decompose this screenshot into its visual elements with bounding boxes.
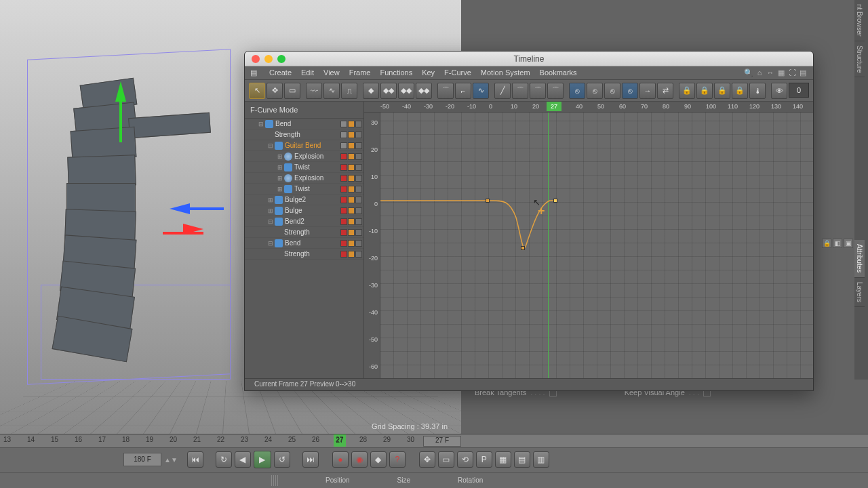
menu-view[interactable]: View [323, 68, 340, 77]
gizmo-x-axis[interactable] [183, 224, 203, 235]
tree-item-bend2[interactable]: ⊟Bend2 [245, 216, 363, 227]
toolbar-number-field[interactable]: 0 [789, 83, 809, 98]
lock-a-icon[interactable]: 🔒 [679, 83, 695, 99]
key-add-icon[interactable]: ◆ [363, 83, 379, 99]
play-forward-button[interactable]: ▶ [254, 451, 271, 468]
opt-scale-icon[interactable]: ▭ [438, 451, 454, 468]
menu-key[interactable]: Key [422, 68, 435, 77]
minimize-button[interactable] [264, 55, 273, 63]
snap-d-icon[interactable]: ⎋ [622, 83, 638, 99]
view-eye-icon[interactable]: 👁 [771, 83, 787, 99]
expand-icon[interactable]: ⛶ [787, 68, 797, 78]
close-button[interactable] [252, 55, 260, 63]
grip-icon[interactable] [271, 475, 278, 486]
curve-tool-b-icon[interactable]: ∿ [323, 83, 340, 99]
goto-end-button[interactable]: ⏭ [302, 451, 319, 468]
menu-f-curve[interactable]: F-Curve [444, 68, 471, 77]
snap-f-icon[interactable]: ⇄ [657, 83, 673, 99]
graph-ruler-y[interactable]: 3020100-10-20-30-40-50-60 [364, 113, 380, 378]
snap-a-icon[interactable]: ⎋ [569, 83, 585, 99]
interp-a-icon[interactable]: ╱ [494, 83, 511, 99]
tab-layers[interactable]: Layers [854, 278, 865, 307]
record-button[interactable]: ● [332, 451, 349, 468]
grid-icon[interactable]: ▦ [776, 68, 786, 78]
interp-c-icon[interactable]: ⌒ [530, 83, 546, 99]
lock-b-icon[interactable]: 🔒 [696, 83, 713, 99]
timeline-tree[interactable]: F-Curve Mode ⊟BendStrength⊟Guitar Bend⊞E… [245, 102, 364, 378]
tab-attributes[interactable]: Attributes [854, 240, 865, 277]
key-multi-b-icon[interactable]: ◆◆ [398, 83, 414, 99]
snap-c-icon[interactable]: ⎋ [604, 83, 620, 99]
search-icon[interactable]: 🔍 [744, 68, 753, 78]
key-options-button[interactable]: ? [389, 451, 406, 468]
menu-functions[interactable]: Functions [380, 68, 412, 77]
gizmo-z-axis[interactable] [170, 203, 190, 214]
lock-d-icon[interactable]: 🔒 [732, 83, 748, 99]
interp-b-icon[interactable]: ⌒ [512, 83, 528, 99]
end-frame-field[interactable]: 180 F [123, 453, 161, 466]
step-forward-button[interactable]: ↺ [274, 451, 290, 468]
opt-rotate-icon[interactable]: ⟲ [457, 451, 473, 468]
opt-param-icon[interactable]: P [476, 451, 492, 468]
mesh-object[interactable] [41, 68, 231, 366]
maximize-button[interactable] [277, 55, 285, 63]
keyframe-button[interactable]: ◆ [370, 451, 387, 468]
tree-item-bend[interactable]: ⊟Bend [245, 119, 363, 129]
lock-e-icon[interactable]: 🌡 [749, 83, 766, 99]
graph-area[interactable]: 27 + ↖ [380, 113, 813, 378]
snap-b-icon[interactable]: ⎋ [587, 83, 603, 99]
step-back-button[interactable]: ↻ [216, 451, 232, 468]
tangent-spline-icon[interactable]: ∿ [473, 83, 489, 99]
tangent-step-icon[interactable]: ⌐ [455, 83, 471, 99]
tree-item-strength[interactable]: Strength [245, 227, 363, 238]
menu-edit[interactable]: Edit [301, 68, 314, 77]
settings-icon[interactable]: ▤ [798, 68, 808, 78]
tree-item-guitar-bend[interactable]: ⊟Guitar Bend [245, 140, 363, 151]
play-back-button[interactable]: ◀ [235, 451, 251, 468]
mode-move-icon[interactable]: ✥ [267, 83, 283, 99]
opt-layer-icon[interactable]: ▤ [514, 451, 530, 468]
menu-bookmarks[interactable]: Bookmarks [540, 68, 577, 77]
keyframe-1[interactable] [521, 246, 525, 250]
snap-e-icon[interactable]: → [639, 83, 656, 99]
arrow-icon[interactable]: ↔ [766, 68, 775, 78]
curve-tool-a-icon[interactable]: 〰 [306, 83, 322, 99]
autokey-button[interactable]: ◉ [351, 451, 368, 468]
tree-item-explosion[interactable]: ⊞Explosion [245, 173, 363, 184]
titlebar[interactable]: Timeline [245, 52, 813, 66]
gizmo-y-axis[interactable] [115, 81, 126, 102]
lock-icon[interactable]: 🔒 [822, 239, 831, 248]
key-multi-c-icon[interactable]: ◆◆ [416, 83, 432, 99]
tree-item-bulge2[interactable]: ⊞Bulge2 [245, 195, 363, 205]
keyframe-2[interactable] [553, 199, 557, 203]
opt-grid-icon[interactable]: ▦ [495, 451, 511, 468]
keyframe-0[interactable] [486, 199, 490, 203]
tab-content-browser[interactable]: nt Browser [854, 0, 865, 41]
menu-motion-system[interactable]: Motion System [481, 68, 530, 77]
mode-scale-icon[interactable]: ▭ [284, 83, 300, 99]
graph-ruler-x[interactable]: -50-40-30-20-100102030405060708090100110… [364, 102, 813, 113]
panel-icon-b[interactable]: ▣ [844, 239, 853, 248]
home-icon[interactable]: ⌂ [755, 68, 764, 78]
interp-d-icon[interactable]: ⌒ [547, 83, 564, 99]
tree-item-bulge[interactable]: ⊞Bulge [245, 205, 363, 216]
tree-item-explosion[interactable]: ⊞Explosion [245, 151, 363, 162]
panel-icon-a[interactable]: ◧ [833, 239, 842, 248]
tree-item-strength[interactable]: Strength [245, 129, 363, 140]
fcurve-graph[interactable]: -50-40-30-20-100102030405060708090100110… [364, 102, 813, 378]
goto-start-button[interactable]: ⏮ [187, 451, 203, 468]
opt-move-icon[interactable]: ✥ [419, 451, 435, 468]
opt-misc-icon[interactable]: ▥ [533, 451, 549, 468]
tree-item-bend[interactable]: ⊟Bend [245, 238, 363, 249]
tree-item-twist[interactable]: ⊞Twist [245, 162, 363, 173]
key-multi-a-icon[interactable]: ◆◆ [380, 83, 397, 99]
tree-item-strength[interactable]: Strength [245, 249, 363, 260]
lock-c-icon[interactable]: 🔒 [714, 83, 730, 99]
menu-create[interactable]: Create [269, 68, 292, 77]
mode-select-icon[interactable]: ↖ [249, 83, 265, 99]
menu-frame[interactable]: Frame [349, 68, 371, 77]
tab-structure[interactable]: Structure [854, 41, 865, 78]
current-frame-field[interactable]: 27 F [423, 436, 461, 447]
curve-tool-c-icon[interactable]: ⎍ [341, 83, 357, 99]
tangent-linear-icon[interactable]: ⌒ [437, 83, 454, 99]
